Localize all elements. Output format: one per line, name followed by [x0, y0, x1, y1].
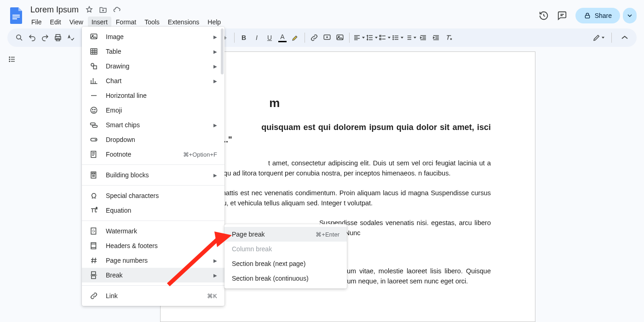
- menu-label: Footnote: [106, 151, 183, 158]
- menu-label: Building blocks: [106, 171, 213, 179]
- menu-format[interactable]: Format: [112, 17, 140, 28]
- svg-rect-3: [585, 15, 589, 18]
- svg-point-15: [393, 39, 394, 40]
- break-section-break-next-page-[interactable]: Section break (next page): [224, 256, 347, 271]
- svg-rect-38: [92, 276, 96, 279]
- menu-help[interactable]: Help: [204, 17, 224, 28]
- insert-drawing[interactable]: Drawing▶: [82, 59, 224, 73]
- svg-point-24: [91, 107, 97, 113]
- menu-view[interactable]: View: [66, 17, 87, 28]
- insert-special-characters[interactable]: Special characters: [82, 188, 224, 203]
- indent-decrease-button[interactable]: [417, 31, 430, 44]
- share-button[interactable]: Share: [575, 8, 620, 23]
- menu-label: Image: [106, 33, 213, 40]
- search-menus-button[interactable]: [13, 31, 26, 44]
- svg-rect-11: [380, 35, 381, 37]
- clear-formatting-button[interactable]: [443, 31, 455, 44]
- insert-building-blocks[interactable]: Building blocks▶: [82, 168, 224, 182]
- menu-label: Emoji: [106, 107, 217, 114]
- doc-quote[interactable]: "Neque porro quisquam est qui dolorem ip…: [205, 121, 491, 146]
- insert-image-button[interactable]: [334, 31, 346, 44]
- star-icon[interactable]: [85, 6, 93, 14]
- table-icon: [89, 47, 98, 56]
- insert-equation[interactable]: 2Equation: [82, 203, 224, 218]
- undo-button[interactable]: [26, 31, 39, 44]
- menu-label: Section break (next page): [232, 260, 339, 267]
- shortcut: ⌘+Option+F: [183, 151, 217, 158]
- menu-edit[interactable]: Edit: [46, 17, 65, 28]
- insert-page-numbers[interactable]: Page numbers▶: [82, 253, 224, 268]
- add-comment-button[interactable]: [321, 31, 334, 44]
- insert-image[interactable]: Image▶: [82, 29, 224, 44]
- history-icon[interactable]: [539, 11, 549, 21]
- doc-heading[interactable]: Lorem Ipsum: [205, 96, 491, 110]
- bulleted-list-button[interactable]: [391, 31, 404, 44]
- cloud-icon[interactable]: [113, 6, 121, 14]
- break-section-break-continuous-[interactable]: Section break (continuous): [224, 271, 347, 286]
- comment-icon[interactable]: [557, 11, 567, 21]
- menu-file[interactable]: File: [28, 17, 46, 28]
- blocks-icon: [89, 171, 98, 179]
- docs-logo[interactable]: [7, 6, 26, 25]
- italic-button[interactable]: I: [250, 31, 263, 44]
- doc-para-1[interactable]: Lorem ipsum dolor sit amet, consectetur …: [205, 158, 491, 179]
- svg-rect-36: [91, 243, 96, 249]
- svg-text:2: 2: [96, 207, 98, 209]
- menu-label: Special characters: [106, 192, 217, 199]
- menu-label: Drawing: [106, 62, 213, 70]
- doc-para-2[interactable]: Duis mattis est nec venenatis condimentu…: [205, 188, 491, 209]
- title-area: Lorem Ipsum File Edit View Insert Format…: [28, 4, 539, 28]
- insert-table[interactable]: Table▶: [82, 44, 224, 59]
- insert-headers-footers[interactable]: Headers & footers: [82, 238, 224, 253]
- shortcut: ⌘K: [207, 293, 217, 299]
- svg-point-14: [393, 37, 394, 38]
- insert-horizontal-line[interactable]: Horizontal line: [82, 88, 224, 103]
- submenu-arrow-icon: ▶: [213, 49, 217, 54]
- menu-label: Page numbers: [106, 257, 213, 264]
- insert-chart[interactable]: Chart▶: [82, 73, 224, 88]
- insert-smart-chips[interactable]: Smart chips▶: [82, 118, 224, 132]
- svg-rect-21: [91, 49, 97, 54]
- emoji-icon: [89, 106, 98, 114]
- insert-link-button[interactable]: [308, 31, 321, 44]
- menu-extensions[interactable]: Extensions: [164, 17, 203, 28]
- collapse-toolbar-button[interactable]: [618, 31, 631, 44]
- menu-tools[interactable]: Tools: [141, 17, 163, 28]
- editing-mode-button[interactable]: [592, 31, 605, 44]
- align-button[interactable]: [352, 31, 365, 44]
- highlight-button[interactable]: [289, 31, 302, 44]
- svg-point-35: [92, 230, 95, 232]
- line-spacing-button[interactable]: [365, 31, 378, 44]
- insert-link[interactable]: Link⌘K: [82, 288, 224, 303]
- doc-title[interactable]: Lorem Ipsum: [28, 4, 81, 16]
- svg-rect-1: [12, 17, 20, 17]
- pi-icon: 2: [89, 206, 98, 215]
- break-page-break[interactable]: Page break⌘+Enter: [224, 227, 347, 242]
- text-color-button[interactable]: A: [276, 31, 289, 44]
- insert-break[interactable]: Break▶: [82, 268, 224, 282]
- menu-insert[interactable]: Insert: [88, 17, 111, 28]
- share-dropdown[interactable]: [623, 8, 637, 23]
- submenu-arrow-icon: ▶: [213, 64, 217, 69]
- redo-button[interactable]: [39, 31, 52, 44]
- chips-icon: [89, 121, 98, 129]
- indent-increase-button[interactable]: [430, 31, 443, 44]
- bold-button[interactable]: B: [237, 31, 250, 44]
- spellcheck-button[interactable]: [64, 31, 77, 44]
- insert-watermark[interactable]: Watermark: [82, 224, 224, 238]
- insert-dropdown[interactable]: Dropdown: [82, 132, 224, 147]
- menu-label: Section break (continuous): [232, 275, 339, 282]
- print-button[interactable]: [52, 31, 64, 44]
- footnote-icon: [89, 150, 98, 158]
- insert-footnote[interactable]: Footnote⌘+Option+F: [82, 147, 224, 162]
- lock-icon: [584, 12, 591, 19]
- svg-rect-37: [92, 272, 96, 275]
- link-icon: [89, 292, 98, 300]
- checklist-button[interactable]: [378, 31, 391, 44]
- svg-rect-23: [93, 66, 97, 69]
- insert-emoji[interactable]: Emoji: [82, 103, 224, 118]
- move-icon[interactable]: [99, 6, 107, 14]
- underline-button[interactable]: U: [263, 31, 276, 44]
- numbered-list-button[interactable]: [404, 31, 417, 44]
- menu-label: Smart chips: [106, 121, 213, 129]
